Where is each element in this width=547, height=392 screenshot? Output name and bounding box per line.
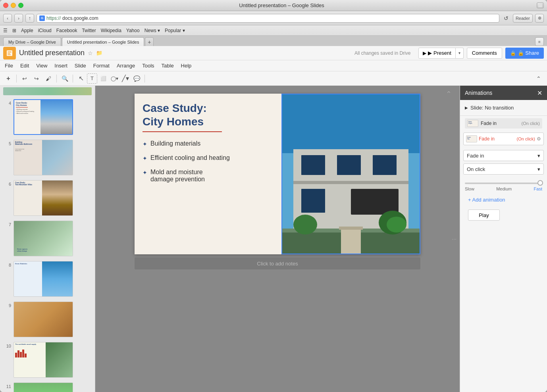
redo-button[interactable]: ↪ <box>31 73 42 84</box>
panel-close-button[interactable]: ✕ <box>537 89 542 97</box>
bookmark-apple[interactable]: Apple <box>21 28 33 33</box>
slide-item-5[interactable]: 5 BuildingMaterials–Bathroom Lorem ipsum… <box>0 137 95 178</box>
on-click-dropdown[interactable]: On click ▾ <box>463 163 544 175</box>
slide-thumb-7[interactable]: Green spacesurban design <box>13 221 73 256</box>
collapse-panel-button[interactable]: ⌃ <box>534 73 544 84</box>
comments-button[interactable]: Comments <box>467 48 502 59</box>
shape-tool[interactable]: ◯▾ <box>109 73 119 84</box>
menu-file[interactable]: File <box>2 61 16 70</box>
image-tool[interactable]: ⬜ <box>98 73 108 84</box>
tab-add-button[interactable]: + <box>145 37 154 46</box>
collapse-arrows[interactable]: ⌃ <box>446 90 452 98</box>
menu-arrange[interactable]: Arrange <box>114 61 138 70</box>
menu-edit[interactable]: Edit <box>17 61 32 70</box>
bookmark-reader-list[interactable]: ☰ <box>3 28 8 33</box>
text-tool[interactable]: T <box>87 73 97 84</box>
svg-rect-9 <box>373 155 397 175</box>
bookmark-twitter[interactable]: Twitter <box>82 28 96 33</box>
slide-thumb-6[interactable]: Case Study:Two-Mountain Villas <box>13 180 73 216</box>
maximize-button[interactable] <box>18 3 23 8</box>
svg-rect-1 <box>8 52 12 52</box>
present-button-group: ▶ ▶ Present ▾ <box>418 48 463 59</box>
zoom-button[interactable]: 🔍 <box>60 73 70 84</box>
slide-item-4[interactable]: 4 Case Study:City Homes • Building mater… <box>0 97 95 137</box>
address-bar[interactable]: G https:// docs.google.com <box>37 14 499 23</box>
menu-bar: File Edit View Insert Slide Format Arran… <box>0 60 547 71</box>
presentation-title[interactable]: Untitled presentation <box>19 49 85 57</box>
share-button-app[interactable]: 🔒 🔒 Share <box>505 48 544 59</box>
tab-slides[interactable]: Untitled presentation – Google Slides <box>62 37 144 46</box>
play-button[interactable]: Play <box>468 209 500 221</box>
add-animation-button[interactable]: + Add animation <box>463 194 510 206</box>
toolbar-separator-2 <box>56 75 57 83</box>
minimize-button[interactable] <box>11 3 16 8</box>
cursor-tool[interactable]: ↖ <box>76 73 86 84</box>
menu-slide[interactable]: Slide <box>71 61 89 70</box>
forward-button[interactable]: › <box>14 14 23 23</box>
speed-slider-thumb[interactable] <box>537 180 543 186</box>
slide-thumb-4[interactable]: Case Study:City Homes • Building materia… <box>13 99 73 135</box>
slide-number-10: 10 <box>3 344 11 348</box>
present-dropdown[interactable]: ▾ <box>456 48 464 59</box>
slide-item-10[interactable]: 10 The worldwide wood supply <box>0 340 95 380</box>
slide-thumb-8[interactable]: Green Statistics <box>13 261 73 297</box>
menu-format[interactable]: Format <box>90 61 113 70</box>
slide-thumb-5[interactable]: BuildingMaterials–Bathroom Lorem ipsum t… <box>13 140 73 175</box>
tab-drive[interactable]: My Drive – Google Drive <box>3 37 61 46</box>
share-button[interactable]: ↑ <box>25 14 34 23</box>
close-button[interactable] <box>3 3 8 8</box>
menu-help[interactable]: Help <box>178 61 195 70</box>
panel-title: Animations <box>465 90 492 96</box>
bookmark-facebook[interactable]: Facebook <box>56 28 77 33</box>
slide-transition-section: ▶ Slide: No transition <box>460 100 547 116</box>
bookmark-news[interactable]: News ▾ <box>144 28 160 33</box>
back-button[interactable]: ‹ <box>3 14 12 23</box>
menu-view[interactable]: View <box>33 61 50 70</box>
bullet-item-3: ✦ Mold and moisturedamage prevention <box>143 169 266 183</box>
menu-table[interactable]: Table <box>158 61 177 70</box>
animation-dropdowns: Fade in ▾ On click ▾ <box>460 145 547 179</box>
bookmark-popular[interactable]: Popular ▾ <box>165 28 185 33</box>
reload-button[interactable]: ↺ <box>502 14 510 23</box>
slide-canvas[interactable]: Case Study: City Homes ✦ Building materi… <box>135 94 420 254</box>
slide-item-8[interactable]: 8 Green Statistics <box>0 259 95 299</box>
slide-thumb-9[interactable] <box>13 302 73 337</box>
line-tool[interactable]: ╱▾ <box>120 73 131 84</box>
fade-in-dropdown[interactable]: Fade in ▾ <box>463 150 544 161</box>
extensions-button[interactable]: ⊕ <box>535 14 544 23</box>
slide-item-7[interactable]: 7 Green spacesurban design <box>0 218 95 259</box>
slide-text-area: Case Study: City Homes ✦ Building materi… <box>143 102 266 248</box>
bookmark-icloud[interactable]: iCloud <box>38 28 52 33</box>
bookmark-wikipedia[interactable]: Wikipedia <box>101 28 121 33</box>
menu-tools[interactable]: Tools <box>139 61 157 70</box>
menu-insert[interactable]: Insert <box>51 61 71 70</box>
bookmark-yahoo[interactable]: Yahoo <box>126 28 140 33</box>
slide-thumb-11[interactable] <box>13 382 73 392</box>
animation-item-1[interactable]: CaseCity k Fade in (On click) <box>465 118 542 129</box>
animations-panel: Animations ✕ ▶ Slide: No transition Case… <box>460 86 547 392</box>
star-button[interactable]: ☆ <box>88 50 93 56</box>
slide-transition-button[interactable]: ▶ Slide: No transition <box>465 103 542 112</box>
comment-tool[interactable]: 💬 <box>131 73 142 84</box>
slide-item-9[interactable]: 9 <box>0 299 95 340</box>
svg-rect-8 <box>337 155 361 175</box>
slide-thumb-10[interactable]: The worldwide wood supply <box>13 342 73 378</box>
notes-area[interactable]: Click to add notes <box>135 257 420 269</box>
anim-settings-icon[interactable]: ⚙ <box>537 136 541 142</box>
window-restore-button[interactable]: ⬜ <box>537 2 544 8</box>
bookmark-apps[interactable]: ⊞ <box>12 28 16 33</box>
folder-button[interactable]: 📁 <box>96 50 102 56</box>
slide-item-6[interactable]: 6 Case Study:Two-Mountain Villas <box>0 178 95 218</box>
app-header: Untitled presentation ☆ 📁 All changes sa… <box>0 46 547 60</box>
undo-button[interactable]: ↩ <box>19 73 30 84</box>
reader-button[interactable]: Reader <box>513 14 533 23</box>
present-button[interactable]: ▶ ▶ Present <box>418 48 455 59</box>
tab-list-button[interactable]: ≡ <box>535 37 544 46</box>
selected-anim-label: Fade in <box>479 136 515 142</box>
paint-button[interactable]: 🖌 <box>43 73 54 84</box>
svg-rect-18 <box>341 229 361 254</box>
main-slide-area: ⌃ Case Study: City Homes ✦ Buildi <box>95 86 460 392</box>
scroll-indicator[interactable]: ··· <box>452 236 456 242</box>
slide-item-11[interactable]: 11 <box>0 380 95 392</box>
add-slide-button[interactable]: + <box>3 73 13 84</box>
